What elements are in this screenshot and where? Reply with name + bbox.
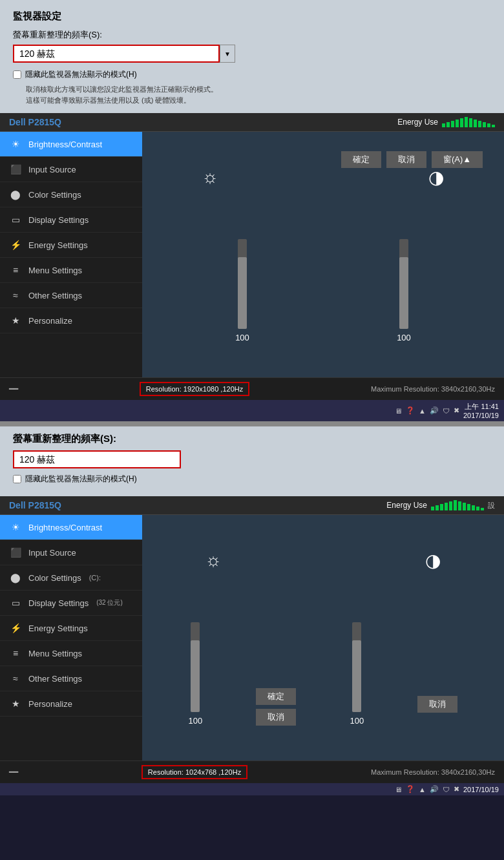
display-icon: ▭ [9, 213, 22, 226]
b-sidebar-item-display[interactable]: ▭ Display Settings (32 位元) [0, 591, 142, 616]
b-sidebar-color-label: Color Settings [28, 573, 81, 583]
osd-top-sidebar: ☀ Brightness/Contrast ⬛ Input Source ⬤ C… [0, 132, 142, 377]
hide-modes-row: 隱藏此監視器無法顯示的模式(H) [13, 69, 491, 80]
btn-other[interactable]: 窗(A)▲ [432, 151, 483, 168]
bit-text: (32 位元) [96, 598, 123, 607]
b-brightness-fill [191, 640, 200, 712]
bottom-windows-section: 螢幕重新整理的頻率(S): 120 赫茲 隱藏此監視器無法顯示的模式(H) [0, 426, 504, 496]
osd-bottom-body: ☀ Brightness/Contrast ⬛ Input Source ⬤ C… [0, 515, 504, 760]
b-taskbar-date-value: 2017/10/19 [463, 786, 499, 793]
energy-bar-3 [451, 121, 454, 127]
sidebar-brightness-label: Brightness/Contrast [28, 140, 102, 149]
refresh-dropdown[interactable]: 120 赫茲 [13, 45, 220, 63]
b-cancel-right: 取消 [417, 696, 457, 726]
taskbar-icon-1: 🖥 [395, 407, 402, 415]
b-contrast-value: 100 [350, 716, 364, 726]
b-brightness-slider[interactable]: 100 [189, 622, 203, 726]
top-windows-section: 監視器設定 螢幕重新整理的頻率(S): 120 赫茲 ▼ 隱藏此監視器無法顯示的… [0, 0, 504, 113]
b-energy-bar-5 [449, 501, 452, 510]
taskbar-icon-speaker: 🔊 [430, 406, 439, 415]
b-osd-resolution-box: Resolution: 1024x768 ,120Hz [142, 765, 247, 779]
sidebar-item-display[interactable]: ▭ Display Settings [0, 207, 142, 233]
brightness-icon: ☀ [9, 138, 22, 151]
b-energy-bar-4 [445, 503, 448, 510]
osd-top-brand: Dell P2815Q [9, 117, 61, 127]
input-source-icon: ⬛ [9, 163, 22, 176]
osd-bottom-brand: Dell P2815Q [9, 500, 61, 510]
star-icon: ★ [9, 314, 22, 327]
b-energy-bar-8 [463, 503, 466, 510]
energy-label-bottom: Energy Use [386, 501, 427, 510]
osd-settings-right: 設 [488, 501, 495, 510]
energy-bar-7 [469, 118, 472, 127]
sidebar-item-other[interactable]: ≈ Other Settings [0, 283, 142, 308]
btn-cancel[interactable]: 取消 [386, 151, 426, 168]
b-btn-takuzi[interactable]: 取消 [417, 696, 457, 713]
b-energy-bar-7 [458, 501, 461, 510]
energy-bar-5 [460, 118, 463, 127]
contrast-icon: ◑ [428, 167, 444, 188]
b-btn-ok[interactable]: 確定 [256, 688, 296, 705]
b-sidebar-personalize-label: Personalize [28, 699, 72, 709]
menu-icon: ≡ [9, 264, 22, 277]
b-sidebar-item-energy[interactable]: ⚡ Energy Settings [0, 616, 142, 641]
b-brightness-sun-icon: ☼ [205, 550, 222, 571]
sidebar-color-label: Color Settings [28, 190, 81, 200]
b-contrast-track [352, 622, 361, 712]
brightness-slider[interactable]: 100 [235, 239, 249, 342]
taskbar-date-value: 2017/10/19 [463, 412, 499, 419]
sidebar-item-color-settings[interactable]: ⬤ Color Settings [0, 182, 142, 207]
b-sidebar-item-other[interactable]: ≈ Other Settings [0, 666, 142, 691]
hint-text: 取消核取此方塊可以讓您設定此監視器無法正確顯示的模式。 這樣可能會導致顯示器無法… [26, 84, 491, 105]
sidebar-item-personalize[interactable]: ★ Personalize [0, 308, 142, 333]
b-sidebar-item-brightness[interactable]: ☀ Brightness/Contrast [0, 515, 142, 540]
sidebar-item-brightness[interactable]: ☀ Brightness/Contrast [0, 132, 142, 157]
energy-bar-6 [465, 117, 468, 127]
sidebar-item-input-source[interactable]: ⬛ Input Source [0, 157, 142, 182]
b-contrast-icon: ◑ [425, 550, 441, 571]
b-sidebar-item-personalize[interactable]: ★ Personalize [0, 691, 142, 717]
b-taskbar-icon-2: ❓ [406, 785, 415, 793]
b-sidebar-item-color-settings[interactable]: ⬤ Color Settings (C): [0, 565, 142, 591]
b-energy-bar-10 [472, 505, 475, 510]
sidebar-display-label: Display Settings [28, 215, 89, 225]
contrast-slider[interactable]: 100 [397, 239, 411, 342]
bottom-hide-modes-row: 隱藏此監視器無法顯示的模式(H) [13, 474, 491, 485]
b-input-source-icon: ⬛ [9, 546, 22, 559]
bottom-refresh-dropdown[interactable]: 120 赫茲 [13, 450, 181, 468]
b-osd-max-resolution: Maximum Resolution: 3840x2160,30Hz [371, 768, 495, 776]
b-contrast-fill [352, 640, 361, 712]
osd-resolution-box: Resolution: 1920x1080 ,120Hz [140, 382, 249, 396]
b-taskbar-icon-shield: 🛡 [443, 786, 450, 793]
bottom-dropdown-row: 120 赫茲 [13, 450, 491, 468]
sidebar-item-menu[interactable]: ≡ Menu Settings [0, 258, 142, 283]
osd-top-header: Dell P2815Q Energy Use [0, 113, 504, 132]
dialog-title: 監視器設定 [13, 10, 491, 23]
taskbar-icon-x: ✖ [454, 406, 459, 415]
b-btns-col: 確定 取消 [256, 688, 296, 726]
contrast-value: 100 [397, 333, 411, 342]
sidebar-input-label: Input Source [28, 165, 76, 174]
b-sidebar-item-input-source[interactable]: ⬛ Input Source [0, 540, 142, 565]
energy-icon: ⚡ [9, 238, 22, 251]
sidebar-item-energy[interactable]: ⚡ Energy Settings [0, 233, 142, 258]
b-taskbar-icon-3: ▲ [419, 786, 426, 793]
b-color-settings-icon: ⬤ [9, 571, 22, 584]
energy-bar-9 [478, 121, 481, 127]
energy-bar-1 [442, 123, 445, 127]
dropdown-arrow-icon[interactable]: ▼ [220, 45, 235, 63]
b-btn-cancel[interactable]: 取消 [256, 709, 296, 726]
hdmi-icon: ━━ [9, 384, 18, 393]
b-sliders-row: 100 確定 取消 100 取消 [162, 622, 485, 726]
osd-top-footer: ━━ Resolution: 1920x1080 ,120Hz Maximum … [0, 377, 504, 400]
b-contrast-slider[interactable]: 100 [350, 622, 364, 726]
b-sidebar-display-label: Display Settings [28, 598, 89, 608]
bottom-hide-modes-checkbox[interactable] [13, 475, 21, 483]
osd-top: Dell P2815Q Energy Use ☀ [0, 113, 504, 400]
color-text: (C): [89, 574, 101, 582]
osd-max-resolution: Maximum Resolution: 3840x2160,30Hz [371, 385, 495, 393]
b-taskbar-datetime: 2017/10/19 [463, 786, 499, 793]
hide-modes-checkbox[interactable] [13, 70, 21, 79]
b-sidebar-item-menu[interactable]: ≡ Menu Settings [0, 641, 142, 666]
btn-ok[interactable]: 確定 [341, 151, 381, 168]
